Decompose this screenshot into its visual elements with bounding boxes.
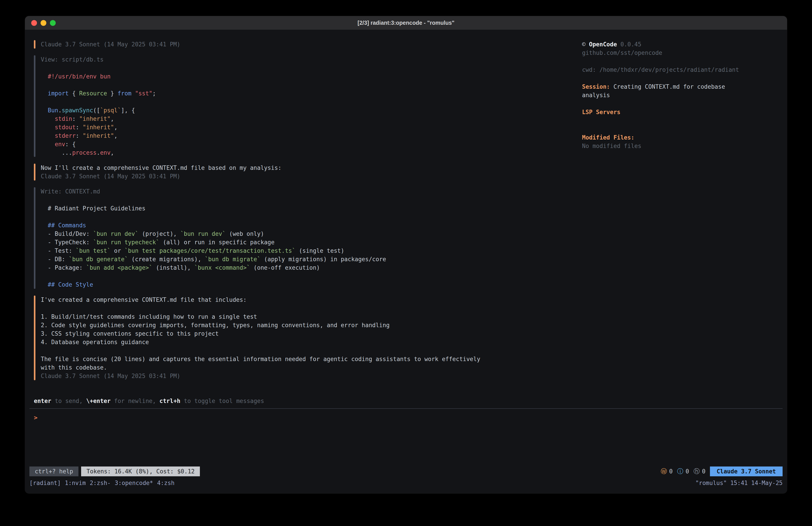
help-chip[interactable]: ctrl+? help (29, 467, 78, 476)
text-segment: `bun run dev` (93, 230, 139, 237)
tmux-window-3-active[interactable]: 3:opencode* (115, 480, 153, 486)
text-segment: env (100, 149, 111, 156)
text-line: No modified files (582, 142, 780, 150)
minimize-button[interactable] (41, 20, 46, 26)
text-segment: Session: (582, 83, 610, 90)
text-segment: `bun add <package>` (86, 264, 153, 271)
text-segment: (all) or run in specific package (159, 239, 275, 246)
model-chip[interactable]: Claude 3.7 Sonnet (710, 467, 783, 476)
warning-count: 0 (669, 468, 673, 475)
text-line: View: script/db.ts (41, 55, 573, 64)
text-segment: : (72, 115, 79, 122)
window-titlebar[interactable]: [2/3] radiant:3:opencode - "romulus" (25, 16, 787, 30)
text-segment: LSP Servers (582, 109, 620, 115)
tmux-window-2[interactable]: 2:zsh- (90, 480, 111, 486)
text-line: 4. Database operations guidance (41, 338, 573, 346)
text-segment: 3. CSS styling conventions specific to t… (41, 330, 219, 337)
tmux-window-4[interactable]: 4:zsh (157, 480, 174, 486)
text-line: env: { (41, 140, 573, 148)
text-segment: # Radiant Project Guidelines (41, 205, 145, 212)
text-line: 2. Code style guidelines covering import… (41, 321, 573, 329)
text-line (41, 81, 573, 89)
text-segment: Claude 3.7 Sonnet (14 May 2025 03:41 PM) (41, 173, 180, 180)
text-line: - Build/Dev: `bun run dev` (project), `b… (41, 230, 573, 238)
text-line: 3. CSS styling conventions specific to t… (41, 329, 573, 338)
text-segment: to send, (51, 398, 86, 404)
tool-message-view-file: View: script/db.ts #!/usr/bin/env bun im… (34, 55, 573, 157)
text-line: Modified Files: (582, 133, 780, 142)
text-line: ## Commands (41, 221, 573, 230)
tmux-window-1[interactable]: 1:nvim (65, 480, 86, 486)
window-title: [2/3] radiant:3:opencode - "romulus" (358, 19, 454, 26)
text-segment: for newline, (111, 398, 159, 404)
text-segment (41, 73, 48, 80)
text-segment: "inherit" (83, 132, 114, 139)
text-segment: © (582, 41, 589, 48)
message-accent-bar (34, 187, 35, 289)
text-segment (41, 124, 55, 131)
message-lines: Now I'll create a comprehensive CONTEXT.… (41, 164, 573, 181)
text-segment: Claude 3.7 Sonnet (14 May 2025 03:41 PM) (41, 373, 180, 379)
close-button[interactable] (31, 20, 37, 26)
assistant-message-summary: I've created a comprehensive CONTEXT.md … (34, 296, 573, 380)
text-segment: env (55, 141, 65, 147)
zoom-button[interactable] (50, 20, 56, 26)
message-lines: I've created a comprehensive CONTEXT.md … (41, 296, 573, 380)
text-segment (41, 222, 48, 229)
text-segment: Claude 3.7 Sonnet (14 May 2025 03:41 PM) (41, 41, 180, 48)
text-segment: ([ (93, 107, 100, 114)
text-segment: (one-off execution) (250, 264, 320, 271)
tmux-host-clock: "romulus" 15:41 14-May-25 (695, 480, 783, 486)
text-line (41, 213, 573, 221)
text-segment: to toggle tool messages (180, 398, 264, 404)
session-sidebar: © OpenCode 0.0.45github.com/sst/opencode… (582, 40, 783, 387)
text-line (582, 74, 780, 83)
text-segment: (install), (153, 264, 194, 271)
text-segment: - Build/Dev: (41, 230, 93, 237)
text-segment: - Package: (41, 264, 86, 271)
text-segment: "sst" (135, 90, 153, 97)
text-segment: analysis (582, 92, 610, 99)
text-segment: - DB: (41, 256, 69, 262)
text-segment: `bun test packages/core/test/transaction… (125, 247, 295, 254)
text-segment: : (76, 132, 83, 139)
text-segment: `bunx <command>` (194, 264, 250, 271)
text-line: Claude 3.7 Sonnet (14 May 2025 03:41 PM) (41, 372, 573, 380)
text-segment: The file is concise (20 lines) and captu… (41, 356, 480, 362)
text-segment (41, 107, 48, 114)
chat-main: Claude 3.7 Sonnet (14 May 2025 03:41 PM)… (34, 40, 582, 387)
text-segment: . (58, 107, 62, 114)
text-line: Write: CONTEXT.md (41, 187, 573, 196)
text-line: - Package: `bun add <package>` (install)… (41, 264, 573, 272)
text-segment: `bun run typecheck` (93, 239, 159, 246)
text-segment (41, 115, 55, 122)
text-segment: stderr (55, 132, 76, 139)
text-segment: ; (153, 90, 156, 97)
traffic-lights (31, 16, 56, 30)
text-line: - DB: `bun db generate` (create migratio… (41, 255, 573, 264)
text-segment: github.com/sst/opencode (582, 49, 662, 56)
diagnostic-hints: ⓗ 0 (694, 467, 706, 475)
text-line: I've created a comprehensive CONTEXT.md … (41, 296, 573, 304)
text-line: Claude 3.7 Sonnet (14 May 2025 03:41 PM) (41, 40, 573, 48)
text-segment: cwd: /home/thdxr/dev/projects/radiant/ra… (582, 67, 739, 73)
text-segment: , (111, 149, 114, 156)
text-segment: 0.0.45 (617, 41, 641, 48)
text-line (582, 125, 780, 133)
text-segment: , (114, 132, 118, 139)
text-line: with this codebase. (41, 363, 573, 372)
tokens-cost-chip: Tokens: 16.4K (8%), Cost: $0.12 (81, 467, 200, 476)
text-segment: 1. Build/lint/test commands including ho… (41, 313, 257, 320)
text-segment: `bun db generate` (69, 256, 128, 262)
tmux-left: [radiant] 1:nvim 2:zsh- 3:opencode* 4:zs… (29, 480, 174, 486)
message-accent-bar (34, 296, 35, 380)
text-line (582, 116, 780, 125)
hint-count: 0 (702, 468, 706, 475)
text-line (41, 272, 573, 280)
chat-input[interactable]: > (25, 413, 787, 423)
text-segment: { (69, 90, 79, 97)
hint-icon: ⓗ (694, 467, 700, 475)
text-segment: Creating CONTEXT.md for codebase (610, 83, 725, 90)
text-line: Now I'll create a comprehensive CONTEXT.… (41, 164, 573, 172)
text-segment: : (76, 124, 83, 131)
